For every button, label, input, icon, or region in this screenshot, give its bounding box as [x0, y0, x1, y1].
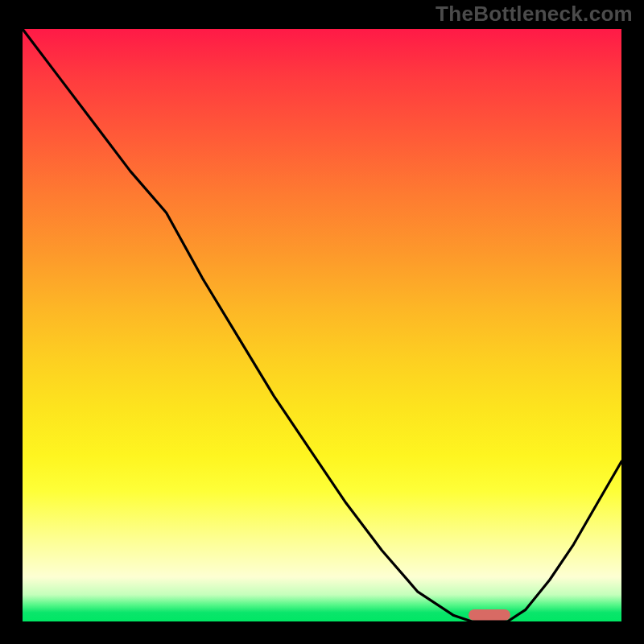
watermark-text: TheBottleneck.com: [436, 2, 633, 27]
chart-frame: TheBottleneck.com: [0, 0, 644, 644]
bottleneck-curve: [23, 29, 621, 621]
plot-area: [23, 29, 621, 621]
curve-path: [23, 29, 621, 621]
